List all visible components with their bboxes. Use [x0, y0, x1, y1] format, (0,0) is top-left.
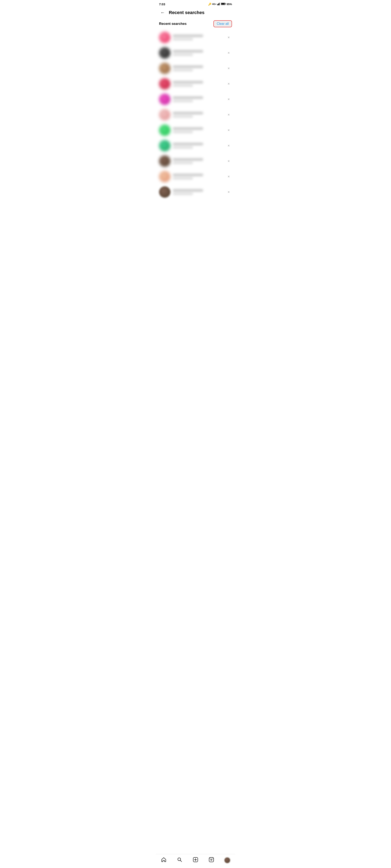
item-name — [173, 158, 203, 161]
remove-item-button[interactable]: × — [225, 65, 232, 72]
list-item: × — [156, 138, 235, 153]
avatar — [159, 94, 170, 105]
back-button[interactable]: ← — [159, 9, 166, 16]
clear-all-button[interactable]: Clear all — [214, 20, 232, 27]
list-item: × — [156, 153, 235, 169]
svg-rect-3 — [220, 2, 220, 5]
add-icon — [193, 857, 198, 864]
reels-icon — [209, 857, 214, 864]
list-item: × — [156, 61, 235, 76]
item-name — [173, 189, 203, 192]
remove-item-button[interactable]: × — [225, 112, 232, 118]
item-info — [173, 143, 223, 149]
avatar — [159, 140, 170, 151]
item-name — [173, 34, 203, 37]
battery-percent: 95% — [227, 3, 232, 6]
item-sub — [173, 54, 193, 56]
nav-search[interactable] — [174, 856, 185, 865]
item-sub — [173, 177, 193, 180]
remove-item-button[interactable]: × — [225, 189, 232, 195]
item-info — [173, 50, 223, 56]
avatar — [159, 171, 170, 182]
page-title: Recent searches — [169, 10, 204, 15]
remove-item-button[interactable]: × — [225, 143, 232, 149]
home-icon — [161, 857, 166, 864]
item-info — [173, 174, 223, 180]
item-name — [173, 127, 203, 130]
avatar — [159, 32, 170, 43]
item-info — [173, 127, 223, 133]
item-name — [173, 112, 203, 115]
avatar — [159, 78, 170, 90]
item-name — [173, 143, 203, 146]
list-item: × — [156, 45, 235, 61]
item-info — [173, 96, 223, 102]
item-info — [173, 112, 223, 118]
svg-point-16 — [213, 858, 213, 859]
item-info — [173, 81, 223, 87]
remove-item-button[interactable]: × — [225, 158, 232, 164]
svg-line-8 — [180, 861, 182, 862]
profile-avatar — [224, 858, 230, 863]
remove-item-button[interactable]: × — [225, 127, 232, 133]
section-title: Recent searches — [159, 22, 187, 26]
avatar — [159, 155, 170, 167]
item-sub — [173, 193, 193, 195]
list-item: × — [156, 30, 235, 45]
svg-rect-6 — [221, 3, 225, 4]
svg-rect-2 — [219, 3, 220, 5]
avatar — [159, 186, 170, 198]
svg-rect-0 — [217, 4, 218, 5]
list-item: × — [156, 169, 235, 184]
status-bar: 7:03 🔑 4G+ 95% — [156, 0, 235, 7]
page-header: ← Recent searches — [156, 7, 235, 19]
svg-point-15 — [210, 858, 211, 859]
recent-searches-list: ××××××××××× — [156, 30, 235, 200]
remove-item-button[interactable]: × — [225, 96, 232, 102]
list-item: × — [156, 92, 235, 107]
back-arrow-icon: ← — [161, 10, 165, 15]
svg-point-14 — [211, 860, 212, 860]
item-sub — [173, 146, 193, 149]
item-info — [173, 34, 223, 40]
status-time: 7:03 — [159, 2, 165, 6]
item-name — [173, 174, 203, 176]
remove-item-button[interactable]: × — [225, 50, 232, 56]
key-icon: 🔑 — [208, 3, 212, 6]
list-item: × — [156, 122, 235, 138]
signal-icon — [217, 2, 220, 6]
item-name — [173, 65, 203, 68]
item-name — [173, 50, 203, 53]
remove-item-button[interactable]: × — [225, 81, 232, 87]
item-sub — [173, 38, 193, 40]
section-header: Recent searches Clear all — [156, 19, 235, 30]
item-sub — [173, 100, 193, 102]
item-sub — [173, 115, 193, 118]
network-label: 4G+ — [212, 3, 217, 5]
item-sub — [173, 162, 193, 164]
list-item: × — [156, 107, 235, 122]
item-info — [173, 158, 223, 164]
item-sub — [173, 69, 193, 71]
item-sub — [173, 131, 193, 133]
item-sub — [173, 85, 193, 87]
item-name — [173, 96, 203, 99]
remove-item-button[interactable]: × — [225, 173, 232, 180]
status-icons: 🔑 4G+ 95% — [208, 2, 232, 6]
nav-profile[interactable] — [222, 856, 233, 865]
avatar — [159, 63, 170, 74]
item-info — [173, 65, 223, 71]
list-item: × — [156, 76, 235, 92]
item-name — [173, 81, 203, 84]
item-info — [173, 189, 223, 195]
battery-icon — [221, 3, 226, 6]
remove-item-button[interactable]: × — [225, 34, 232, 41]
svg-rect-1 — [218, 3, 219, 5]
nav-add[interactable] — [190, 856, 201, 865]
nav-reels[interactable] — [206, 856, 217, 865]
bottom-navigation — [156, 854, 235, 868]
avatar — [159, 47, 170, 59]
svg-rect-5 — [225, 3, 226, 4]
list-item: × — [156, 184, 235, 200]
nav-home[interactable] — [158, 856, 169, 865]
